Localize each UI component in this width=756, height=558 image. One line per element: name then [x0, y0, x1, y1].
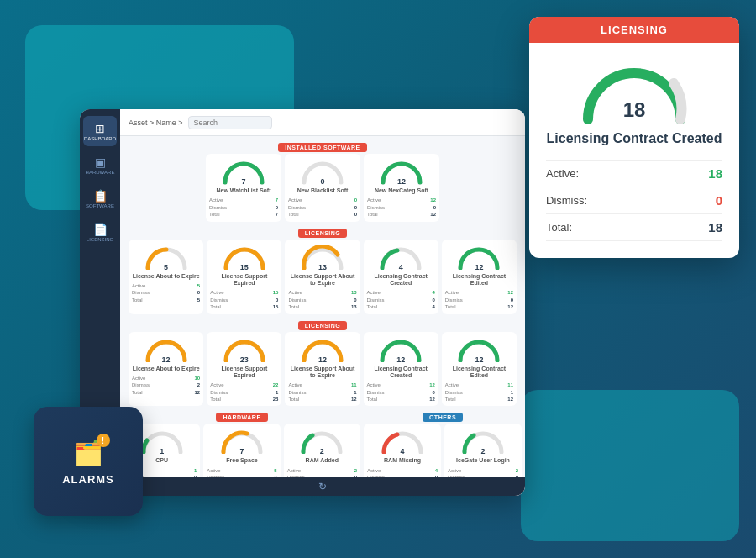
- hardware-label: HARDWARE: [216, 413, 267, 422]
- licensing-popup-body: 18 Licensing Contract Created Active: 18…: [529, 43, 739, 258]
- main-content: Asset > Name > INSTALLED SOFTWARE: [120, 109, 525, 496]
- licensing-popup-card: LICENSING 18 Licensing Contract Created …: [529, 17, 739, 258]
- gauge-lic2-3: 12 License Support About to Expire Activ…: [285, 332, 360, 407]
- licensing2-header: LICENSING: [123, 318, 522, 332]
- licensing-popup-title: Licensing Contract Created: [547, 130, 722, 148]
- software-icon: 📋: [93, 189, 108, 203]
- gauge-lic2-2: 23 License Support Expired Active22 Dism…: [207, 332, 281, 407]
- dashboard-panel: ⊞ DASHBOARD ▣ HARDWARE 📋 SOFTWARE 📄 LICE…: [80, 109, 525, 496]
- gauge-num-blacklist: 0: [320, 177, 324, 186]
- gauge-hw-3: 2 RAM Added Active2 Dismiss0 Total2: [284, 424, 360, 477]
- breadcrumb: Asset > Name >: [129, 118, 183, 127]
- gauge-nexcateg: 12 New NexCateg Soft Active12 Dismiss0 T…: [364, 154, 439, 222]
- gauge-wrap-nexcateg: 12: [380, 159, 423, 186]
- gw-lic1-2: 15: [223, 245, 266, 271]
- gauge-num-nexcateg: 12: [397, 177, 406, 186]
- hardware-icon: ▣: [95, 155, 106, 169]
- licensing-total-label: Total:: [546, 221, 572, 234]
- gw-lic2-2: 23: [223, 337, 266, 364]
- licensing-active-val: 18: [708, 166, 722, 181]
- gauge-watchlist: 7 New WatchList Soft Active7 Dismiss0 To…: [206, 154, 281, 222]
- licensing2-label: LICENSING: [298, 321, 348, 330]
- licensing-icon: 📄: [93, 223, 108, 236]
- gauge-lic1-2: 15 License Support Expired Active15 Dism…: [207, 240, 281, 314]
- topbar: Asset > Name >: [120, 109, 525, 136]
- refresh-icon: ↻: [318, 481, 327, 492]
- gauge-lic1-5: 12 Licensing Contract Edited Active12 Di…: [442, 240, 517, 314]
- warning-badge: !: [97, 434, 110, 447]
- licensing-dismiss-val: 0: [716, 193, 722, 208]
- installed-software-header: INSTALLED SOFTWARE: [123, 140, 522, 154]
- gw-hw-3: 2: [300, 429, 344, 455]
- licensing-dismiss-row: Dismiss: 0: [546, 187, 722, 214]
- gauge-title-blacklist: New Blacklist Soft: [297, 187, 349, 194]
- gauge-blacklist: 0 New Blacklist Soft Active0 Dismiss0 To…: [285, 154, 360, 222]
- alarms-label: ALARMS: [62, 473, 114, 486]
- licensing-popup-stats: Active: 18 Dismiss: 0 Total: 18: [546, 160, 722, 241]
- sidebar-label-hardware: HARDWARE: [86, 170, 115, 175]
- gauge-stats-watchlist: Active7 Dismiss0 Total7: [209, 197, 278, 218]
- gauge-lic2-4: 12 Licensing Contract Created Active12 D…: [364, 332, 438, 407]
- licensing1-header: LICENSING: [123, 225, 522, 240]
- installed-software-section: 7 New WatchList Soft Active7 Dismiss0 To…: [123, 154, 522, 225]
- licensing-total-val: 18: [708, 220, 722, 234]
- sidebar-item-licensing[interactable]: 📄 LICENSING: [83, 217, 117, 247]
- gauge-wrap-blacklist: 0: [301, 159, 344, 186]
- alarms-icon: 🗂️ !: [74, 437, 103, 468]
- gauge-title-watchlist: New WatchList Soft: [216, 187, 270, 194]
- gw-lic1-5: 12: [457, 245, 501, 271]
- sidebar-label-licensing: LICENSING: [87, 237, 113, 242]
- others-header: OTHERS: [364, 409, 522, 424]
- licensing-total-row: Total: 18: [546, 214, 722, 241]
- gw-lic1-4: 4: [379, 245, 423, 271]
- gauge-stats-blacklist: Active0 Dismiss0 Total0: [288, 197, 357, 218]
- sidebar-label-software: SOFTWARE: [86, 203, 114, 208]
- gw-lic2-5: 12: [457, 337, 501, 364]
- licensing-popup-header: LICENSING: [529, 17, 739, 43]
- gw-oth-1: 4: [381, 429, 424, 455]
- gw-lic1-3: 13: [301, 245, 344, 271]
- gauge-lic2-5: 12 Licensing Contract Edited Active11 Di…: [442, 332, 517, 407]
- gauge-oth-2: 2 IceGate User Login Active2 Dismiss0 To…: [444, 424, 522, 477]
- sidebar-label-dashboard: DASHBOARD: [84, 136, 116, 141]
- sidebar-item-software[interactable]: 📋 SOFTWARE: [83, 183, 117, 213]
- search-input[interactable]: [188, 116, 272, 129]
- hardware-header: HARDWARE: [123, 409, 360, 424]
- sidebar-item-hardware[interactable]: ▣ HARDWARE: [83, 150, 117, 180]
- gauge-title-nexcateg: New NexCateg Soft: [375, 187, 428, 194]
- gw-lic2-4: 12: [379, 337, 423, 364]
- licensing-active-label: Active:: [546, 167, 579, 180]
- gauge-oth-1: 4 RAM Missing Active4 Dismiss0 Total4: [364, 424, 441, 477]
- gauge-lic1-1: 5 License About to Expire Active5 Dismis…: [129, 240, 203, 314]
- gauge-lic1-3: 13 License Support About to Expire Activ…: [285, 240, 360, 314]
- others-label: OTHERS: [423, 413, 463, 422]
- gw-lic1-1: 5: [144, 245, 188, 271]
- dashboard-icon: ⊞: [95, 122, 105, 135]
- licensing-dismiss-label: Dismiss:: [546, 194, 587, 207]
- gauge-hw-2: 7 Free Space Active5 Dismiss2 Total7: [203, 424, 280, 477]
- gauge-stats-nexcateg: Active12 Dismiss0 Total12: [367, 197, 436, 218]
- gw-oth-2: 2: [461, 429, 505, 455]
- licensing2-section: 12 License About to Expire Active10 Dism…: [123, 332, 522, 410]
- sidebar-item-dashboard[interactable]: ⊞ DASHBOARD: [83, 116, 117, 146]
- deco-bg-rect-bottom: [521, 390, 739, 541]
- bottom-bar: ↻: [120, 477, 525, 496]
- gw-lic2-3: 12: [301, 337, 344, 364]
- gw-lic2-1: 12: [144, 337, 188, 364]
- gauge-num-watchlist: 7: [241, 177, 245, 186]
- licensing-active-row: Active: 18: [546, 161, 722, 187]
- alarms-card[interactable]: 🗂️ ! ALARMS: [34, 407, 143, 516]
- licensing-gauge-value: 18: [623, 98, 646, 122]
- installed-software-label: INSTALLED SOFTWARE: [278, 143, 366, 152]
- gauge-wrap-watchlist: 7: [222, 159, 265, 186]
- gauge-lic1-4: 4 Licensing Contract Created Active4 Dis…: [364, 240, 438, 314]
- gw-hw-2: 7: [220, 429, 264, 455]
- gauge-lic2-1: 12 License About to Expire Active10 Dism…: [129, 332, 203, 407]
- licensing1-label: LICENSING: [298, 229, 348, 238]
- gw-hw-1: 1: [140, 429, 184, 455]
- licensing1-section: 5 License About to Expire Active5 Dismis…: [123, 240, 522, 318]
- licensing-large-gauge: 18: [580, 56, 689, 124]
